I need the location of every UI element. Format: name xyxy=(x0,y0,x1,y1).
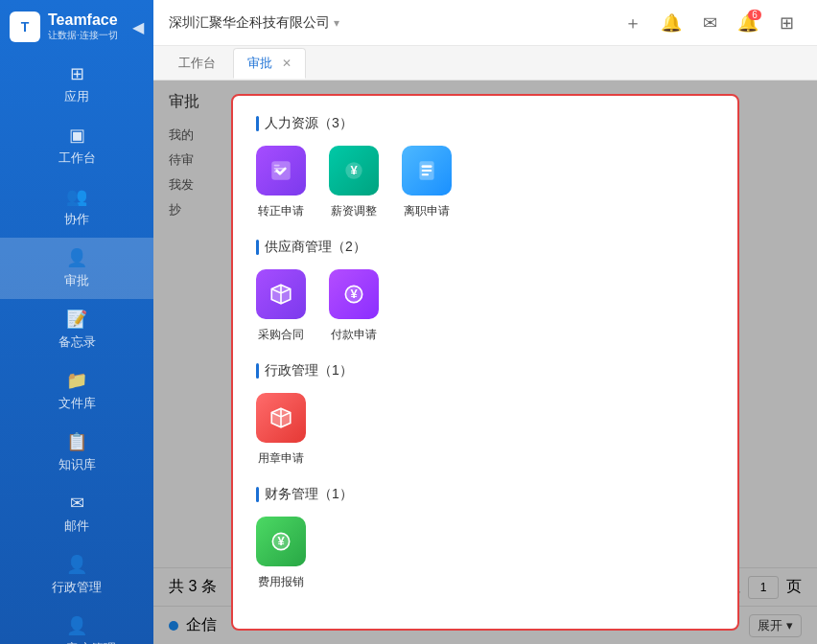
admin-icon: 👤 xyxy=(66,554,87,575)
tab-workspace-label: 工作台 xyxy=(178,56,216,70)
sidebar-item-label: 备忘录 xyxy=(58,334,96,351)
sidebar-item-approval[interactable]: 👤 审批 xyxy=(0,238,153,299)
tab-approval-label: 审批 xyxy=(247,56,272,70)
purchase-label: 采购合同 xyxy=(258,327,304,343)
svg-text:¥: ¥ xyxy=(350,287,358,301)
collab-icon: 👥 xyxy=(66,186,87,207)
notification-icon-btn[interactable]: 🔔 xyxy=(656,8,687,38)
finance-app-grid: ¥ 费用报销 xyxy=(256,517,714,590)
sidebar-item-notes[interactable]: 📝 备忘录 xyxy=(0,299,153,360)
add-icon: ＋ xyxy=(624,12,642,34)
knowledge-icon: 📋 xyxy=(66,431,87,452)
sidebar-item-label: CRM客户管理 xyxy=(37,640,116,644)
svg-text:¥: ¥ xyxy=(277,534,285,548)
resign-icon xyxy=(402,146,452,196)
resign-label: 离职申请 xyxy=(404,203,450,219)
logo-icon: T xyxy=(10,12,40,42)
svg-rect-0 xyxy=(271,161,291,180)
sidebar-item-label: 工作台 xyxy=(58,150,96,167)
purchase-icon xyxy=(256,269,306,319)
add-button[interactable]: ＋ xyxy=(618,8,648,38)
hr-section: 人力资源（3） 转正申请 ¥ 薪资调整 xyxy=(256,115,714,219)
logo-title: Teamface xyxy=(48,12,118,29)
header: 深圳汇聚华企科技有限公司 ▾ ＋ 🔔 ✉ 🔔 6 ⊞ xyxy=(153,0,817,46)
tab-workspace[interactable]: 工作台 xyxy=(165,49,229,78)
svg-text:¥: ¥ xyxy=(350,163,358,177)
app-item-probation[interactable]: 转正申请 xyxy=(256,146,306,219)
sidebar-item-apps[interactable]: ⊞ 应用 xyxy=(0,54,153,115)
mail-icon: ✉ xyxy=(70,493,84,514)
probation-label: 转正申请 xyxy=(258,203,304,219)
sidebar-item-label: 行政管理 xyxy=(52,579,102,596)
admin-section-title: 行政管理（1） xyxy=(256,362,714,380)
approval-icon: 👤 xyxy=(66,247,87,268)
app-item-salary[interactable]: ¥ 薪资调整 xyxy=(329,146,379,219)
modal-overlay[interactable]: 人力资源（3） 转正申请 ¥ 薪资调整 xyxy=(153,80,817,644)
admin-section: 行政管理（1） 用章申请 xyxy=(256,362,714,467)
finance-section-title: 财务管理（1） xyxy=(256,486,714,503)
supplier-section-title: 供应商管理（2） xyxy=(256,239,714,256)
company-dropdown-icon: ▾ xyxy=(334,16,339,30)
files-icon: 📁 xyxy=(66,370,87,391)
admin-app-grid: 用章申请 xyxy=(256,393,714,467)
supplier-app-grid: 采购合同 ¥ 付款申请 xyxy=(256,269,714,343)
probation-icon xyxy=(256,146,306,196)
app-selection-modal: 人力资源（3） 转正申请 ¥ 薪资调整 xyxy=(231,94,739,631)
company-selector[interactable]: 深圳汇聚华企科技有限公司 ▾ xyxy=(169,14,339,32)
sidebar-logo: T Teamface 让数据·连接一切 ◀ xyxy=(0,0,153,54)
tab-approval[interactable]: 审批 ✕ xyxy=(233,48,306,79)
grid-icon: ⊞ xyxy=(780,12,794,34)
sidebar-item-label: 协作 xyxy=(64,211,89,228)
notes-icon: 📝 xyxy=(66,309,87,330)
payment-icon: ¥ xyxy=(329,269,379,319)
crm-icon: 👤 xyxy=(66,615,87,636)
content-area: 审批 我的 待审 我发 抄 人力资源（3） 转正申请 xyxy=(153,80,817,644)
finance-section: 财务管理（1） ¥ 费用报销 xyxy=(256,486,714,590)
sidebar-nav: ⊞ 应用 ▣ 工作台 👥 协作 👤 审批 📝 备忘录 📁 文件库 📋 知识库 ✉ xyxy=(0,54,153,644)
stamp-icon xyxy=(256,393,306,443)
sidebar-item-admin[interactable]: 👤 行政管理 xyxy=(0,544,153,606)
sidebar-item-label: 邮件 xyxy=(64,518,89,535)
sidebar-item-crm[interactable]: 👤 CRM客户管理 xyxy=(0,606,153,644)
sidebar-item-mail[interactable]: ✉ 邮件 xyxy=(0,483,153,544)
mail-icon-btn[interactable]: ✉ xyxy=(694,8,725,38)
app-item-expense[interactable]: ¥ 费用报销 xyxy=(256,517,306,590)
salary-label: 薪资调整 xyxy=(331,203,377,219)
logo-subtitle: 让数据·连接一切 xyxy=(48,29,118,42)
payment-label: 付款申请 xyxy=(331,327,377,343)
supplier-section: 供应商管理（2） 采购合同 ¥ 付款申请 xyxy=(256,239,714,343)
app-item-payment[interactable]: ¥ 付款申请 xyxy=(329,269,379,343)
workspace-icon: ▣ xyxy=(69,125,85,146)
grid-icon-btn[interactable]: ⊞ xyxy=(771,8,802,38)
bell-icon-btn[interactable]: 🔔 6 xyxy=(733,8,763,38)
expense-icon: ¥ xyxy=(256,517,306,566)
sidebar-item-files[interactable]: 📁 文件库 xyxy=(0,360,153,422)
salary-icon: ¥ xyxy=(329,146,379,196)
company-name: 深圳汇聚华企科技有限公司 xyxy=(169,14,330,32)
sidebar-collapse-icon[interactable]: ◀ xyxy=(132,18,144,36)
sidebar-item-label: 应用 xyxy=(64,88,89,105)
sidebar-item-knowledge[interactable]: 📋 知识库 xyxy=(0,422,153,483)
bell-badge: 6 xyxy=(748,10,761,20)
sidebar-item-label: 文件库 xyxy=(58,395,96,412)
app-item-stamp[interactable]: 用章申请 xyxy=(256,393,306,467)
logo-text: Teamface 让数据·连接一切 xyxy=(48,12,118,42)
expense-label: 费用报销 xyxy=(258,574,304,590)
sidebar: T Teamface 让数据·连接一切 ◀ ⊞ 应用 ▣ 工作台 👥 协作 👤 … xyxy=(0,0,153,644)
sidebar-item-label: 知识库 xyxy=(58,456,96,473)
app-item-purchase[interactable]: 采购合同 xyxy=(256,269,306,343)
hr-section-title: 人力资源（3） xyxy=(256,115,714,132)
tabs-bar: 工作台 审批 ✕ xyxy=(153,46,817,80)
tab-close-icon[interactable]: ✕ xyxy=(282,57,292,70)
stamp-label: 用章申请 xyxy=(258,450,304,467)
sidebar-item-workspace[interactable]: ▣ 工作台 xyxy=(0,115,153,176)
sidebar-item-label: 审批 xyxy=(64,272,89,289)
app-item-resign[interactable]: 离职申请 xyxy=(402,146,452,219)
apps-icon: ⊞ xyxy=(70,63,84,84)
sidebar-item-collab[interactable]: 👥 协作 xyxy=(0,176,153,238)
hr-app-grid: 转正申请 ¥ 薪资调整 离职申请 xyxy=(256,146,714,219)
notification-icon: 🔔 xyxy=(661,12,682,34)
main-area: 深圳汇聚华企科技有限公司 ▾ ＋ 🔔 ✉ 🔔 6 ⊞ 工作台 审批 ✕ xyxy=(153,0,817,644)
mail-icon: ✉ xyxy=(703,12,717,34)
